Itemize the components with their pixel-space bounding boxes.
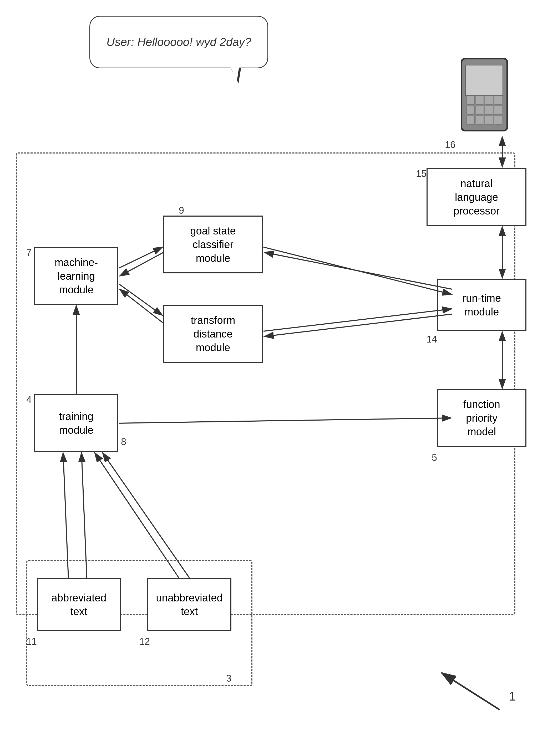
ref-15-label: 15 <box>416 168 427 179</box>
phone-key <box>494 96 502 105</box>
ref-1-label: 1 <box>509 689 516 703</box>
phone-key <box>476 96 484 105</box>
nlp-module-label: natural language processor <box>453 177 500 218</box>
tdm-module-box: transform distance module <box>163 305 263 363</box>
fpm-module-box: function priority model <box>437 389 527 447</box>
gsc-module-box: goal state classifier module <box>163 215 263 273</box>
phone-key <box>466 106 475 114</box>
phone-key <box>485 116 493 125</box>
phone-key <box>476 106 484 114</box>
unabbr-text-box: unabbreviated text <box>147 578 231 631</box>
phone-device <box>458 58 511 137</box>
ref-5-label: 5 <box>432 452 437 463</box>
ml-module-label: machine- learning module <box>55 256 98 296</box>
unabbr-text-label: unabbreviated text <box>156 591 223 618</box>
ref-11-label: 11 <box>26 636 37 647</box>
phone-key <box>494 106 502 114</box>
runtime-module-label: run-time module <box>462 291 501 319</box>
abbr-text-label: abbreviated text <box>51 591 106 618</box>
ref-4-label: 4 <box>26 394 31 405</box>
phone-body <box>461 58 508 131</box>
ref-3-label: 3 <box>226 673 231 684</box>
phone-key <box>466 96 475 105</box>
abbr-text-box: abbreviated text <box>37 578 121 631</box>
speech-bubble-text: User: Hellooooo! wyd 2day? <box>106 35 251 49</box>
fpm-module-label: function priority model <box>463 397 500 439</box>
runtime-module-box: run-time module <box>437 279 527 331</box>
phone-key <box>494 116 502 125</box>
phone-screen <box>465 65 503 96</box>
ref-1-arrow <box>442 673 500 710</box>
ml-module-box: machine- learning module <box>34 247 118 305</box>
tdm-module-label: transform distance module <box>191 313 235 354</box>
tm-module-label: training module <box>59 410 93 437</box>
phone-key <box>466 116 475 125</box>
gsc-module-label: goal state classifier module <box>190 224 236 265</box>
nlp-module-box: natural language processor <box>427 168 527 226</box>
phone-keypad <box>466 96 502 125</box>
diagram-container: User: Hellooooo! wyd 2day? 16 <box>0 0 558 756</box>
tm-module-box: training module <box>34 394 118 452</box>
ref-8-label: 8 <box>121 436 126 447</box>
ref-7-label: 7 <box>26 247 31 258</box>
ref-14-label: 14 <box>427 334 437 345</box>
speech-bubble: User: Hellooooo! wyd 2day? <box>90 16 268 68</box>
ref-9-label: 9 <box>179 205 184 216</box>
phone-key <box>485 106 493 114</box>
ref-12-label: 12 <box>140 636 150 647</box>
phone-key <box>485 96 493 105</box>
ref-16-label: 16 <box>445 139 455 150</box>
phone-key <box>476 116 484 125</box>
